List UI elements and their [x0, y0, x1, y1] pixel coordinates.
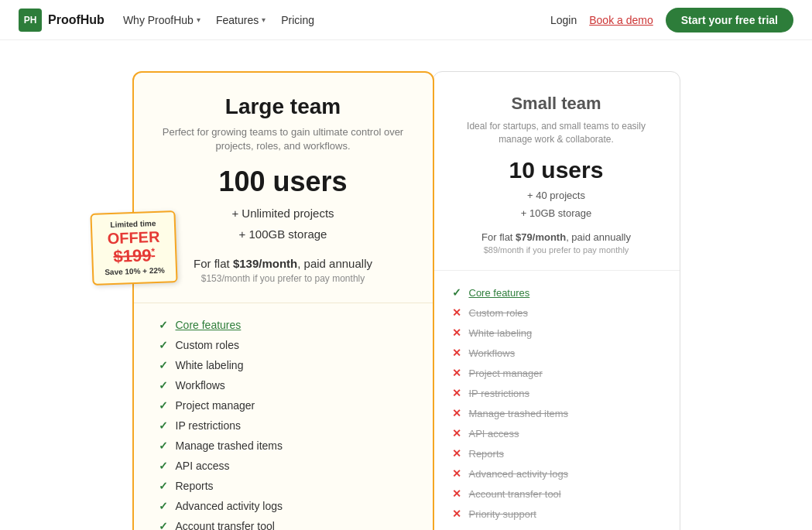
small-feature-0: ✓ Core features [452, 286, 661, 299]
large-feature-4: ✓ Project manager [159, 399, 408, 412]
large-feature-10: ✓ Account transfer tool [159, 520, 408, 530]
large-team-features: ✓ Core features ✓ Custom roles ✓ White l… [134, 303, 433, 530]
large-feature-6: ✓ Manage trashed items [159, 439, 408, 452]
x-icon: ✕ [452, 447, 461, 460]
small-feature-5: ✕ IP restrictions [452, 387, 661, 399]
small-feature-11: ✕ Priority support [452, 508, 661, 520]
small-team-title: Small team [452, 94, 661, 114]
x-icon: ✕ [452, 387, 461, 399]
logo-text: ProofHub [48, 13, 104, 27]
feature-label: API access [176, 460, 230, 472]
large-feature-0: ✓ Core features [159, 319, 408, 331]
small-feature-3: ✕ Workflows [452, 347, 661, 359]
large-feature-1: ✓ Custom roles [159, 339, 408, 351]
chevron-down-icon: ▾ [262, 15, 266, 24]
feature-label: Advanced activity logs [469, 468, 569, 480]
save-text: Save 10% + 22% [101, 265, 167, 278]
feature-label: Project manager [176, 399, 255, 412]
large-team-pricing: For flat $139/month, paid annually [159, 257, 408, 270]
small-team-users: 10 users [452, 157, 661, 183]
small-team-header: Small team Ideal for startups, and small… [433, 72, 680, 271]
feature-label: Manage trashed items [469, 408, 569, 419]
small-feature-10: ✕ Account transfer tool [452, 487, 661, 500]
core-features-link[interactable]: Core features [176, 319, 242, 331]
nav-pricing[interactable]: Pricing [281, 14, 314, 26]
small-feature-6: ✕ Manage trashed items [452, 407, 661, 419]
large-team-card: Limited time OFFER $199* Save 10% + 22% … [132, 71, 434, 530]
offer-badge: Limited time OFFER $199* Save 10% + 22% [90, 210, 177, 286]
nav-why-proofhub[interactable]: Why ProofHub ▾ [123, 14, 200, 26]
logo-icon: PH [19, 9, 42, 32]
large-team-header: Large team Perfect for growing teams to … [134, 73, 433, 303]
start-trial-button[interactable]: Start your free trial [666, 8, 793, 32]
large-team-monthly: $153/month if you prefer to pay monthly [159, 273, 408, 284]
logo[interactable]: PH ProofHub [19, 9, 104, 32]
feature-label: API access [469, 428, 519, 439]
feature-label: Workflows [176, 379, 225, 392]
feature-label: Reports [469, 448, 505, 460]
feature-label: Priority support [469, 508, 536, 520]
check-icon: ✓ [159, 460, 168, 472]
large-team-extras: + Unlimited projects + 100GB storage [159, 203, 408, 244]
feature-label: Reports [176, 480, 214, 492]
core-features-link-small[interactable]: Core features [469, 287, 530, 299]
feature-label: Account transfer tool [469, 488, 561, 500]
x-icon: ✕ [452, 327, 461, 339]
login-link[interactable]: Login [550, 14, 577, 26]
nav-right: Login Book a demo Start your free trial [550, 8, 793, 32]
check-icon: ✓ [452, 286, 461, 299]
offer-label: OFFER [100, 228, 167, 248]
small-feature-7: ✕ API access [452, 427, 661, 439]
feature-label: Account transfer tool [176, 520, 275, 530]
large-feature-2: ✓ White labeling [159, 359, 408, 371]
check-icon: ✓ [159, 379, 168, 392]
small-team-monthly: $89/month if you prefer to pay monthly [452, 245, 661, 255]
small-team-features: ✓ Core features ✕ Custom roles ✕ White l… [433, 271, 680, 530]
small-feature-2: ✕ White labeling [452, 327, 661, 339]
small-feature-9: ✕ Advanced activity logs [452, 467, 661, 480]
feature-label: Custom roles [469, 307, 529, 319]
x-icon: ✕ [452, 508, 461, 520]
chevron-down-icon: ▾ [197, 15, 200, 24]
check-icon: ✓ [159, 419, 168, 432]
check-icon: ✓ [159, 500, 168, 512]
x-icon: ✕ [452, 467, 461, 480]
check-icon: ✓ [159, 339, 168, 351]
large-feature-5: ✓ IP restrictions [159, 419, 408, 432]
x-icon: ✕ [452, 427, 461, 439]
feature-label: White labeling [176, 359, 244, 371]
small-team-card: Small team Ideal for startups, and small… [433, 71, 680, 530]
small-feature-4: ✕ Project manager [452, 367, 661, 379]
feature-label: IP restrictions [469, 388, 530, 399]
small-team-pricing: For flat $79/month, paid annually [452, 231, 661, 243]
large-team-users: 100 users [159, 166, 408, 198]
small-team-extras: + 40 projects + 10GB storage [452, 186, 661, 223]
large-feature-9: ✓ Advanced activity logs [159, 500, 408, 512]
check-icon: ✓ [159, 319, 168, 331]
x-icon: ✕ [452, 306, 461, 319]
navbar: PH ProofHub Why ProofHub ▾ Features ▾ Pr… [0, 0, 812, 40]
feature-label: Custom roles [176, 339, 239, 351]
check-icon: ✓ [159, 439, 168, 452]
feature-label: White labeling [469, 327, 533, 339]
pricing-section: Limited time OFFER $199* Save 10% + 22% … [0, 40, 812, 530]
large-feature-7: ✓ API access [159, 460, 408, 472]
check-icon: ✓ [159, 359, 168, 371]
large-feature-8: ✓ Reports [159, 480, 408, 492]
check-icon: ✓ [159, 399, 168, 412]
feature-label: Workflows [469, 347, 516, 359]
x-icon: ✕ [452, 367, 461, 379]
old-price: $199* [100, 245, 167, 268]
check-icon: ✓ [159, 480, 168, 492]
small-feature-8: ✕ Reports [452, 447, 661, 460]
check-icon: ✓ [159, 520, 168, 530]
small-team-subtitle: Ideal for startups, and small teams to e… [452, 120, 661, 146]
small-feature-1: ✕ Custom roles [452, 306, 661, 319]
nav-features[interactable]: Features ▾ [216, 14, 266, 26]
nav-links: Why ProofHub ▾ Features ▾ Pricing [123, 14, 532, 26]
large-team-title: Large team [159, 94, 408, 119]
x-icon: ✕ [452, 347, 461, 359]
feature-label: Manage trashed items [176, 439, 283, 452]
book-demo-link[interactable]: Book a demo [589, 14, 653, 26]
x-icon: ✕ [452, 407, 461, 419]
